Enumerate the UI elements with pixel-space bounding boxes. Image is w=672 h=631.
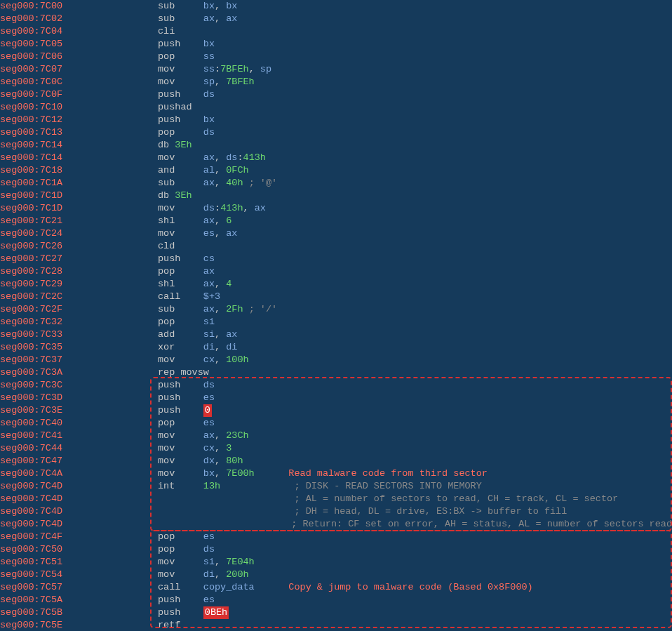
mnemonic: retf <box>158 619 180 631</box>
address-label: seg000:7C54 <box>0 569 158 581</box>
code-line[interactable]: seg000:7C14db 3Eh <box>0 139 672 152</box>
code-line[interactable]: seg000:7C3Epush 0 <box>0 404 672 417</box>
code-line[interactable]: seg000:7C07mov ss:7BFEh, sp <box>0 63 672 76</box>
address-label: seg000:7C24 <box>0 227 158 240</box>
operand: al <box>203 164 215 177</box>
mnemonic: , <box>215 215 226 227</box>
code-line[interactable]: seg000:7C13pop ds <box>0 126 672 139</box>
code-line[interactable]: seg000:7C5Bpush 0BEh <box>0 606 672 619</box>
code-line[interactable]: seg000:7C27push cs <box>0 253 672 265</box>
address-label: seg000:7C04 <box>0 25 158 38</box>
code-line[interactable]: seg000:7C5Apush es <box>0 594 672 606</box>
code-line[interactable]: seg000:7C4D ; AL = number of sectors to … <box>0 493 672 505</box>
operand: ax <box>203 177 215 190</box>
code-line[interactable]: seg000:7C51mov si, 7E04h <box>0 556 672 569</box>
mnemonic: , <box>215 303 226 316</box>
mnemonic: cld <box>158 240 175 253</box>
code-line[interactable]: seg000:7C28pop ax <box>0 265 672 278</box>
code-line[interactable]: seg000:7C57call copy_data Copy & jump to… <box>0 581 672 594</box>
code-line[interactable]: seg000:7C40pop es <box>0 417 672 430</box>
number-literal: 4 <box>226 278 231 291</box>
code-line[interactable]: seg000:7C4D ; Return: CF set on error, A… <box>0 518 672 531</box>
code-line[interactable]: seg000:7C0Fpush ds <box>0 88 672 101</box>
operand: ds <box>203 126 215 139</box>
code-line[interactable]: seg000:7C50pop ds <box>0 543 672 556</box>
code-line[interactable]: seg000:7C04cli <box>0 25 672 38</box>
code-line[interactable]: seg000:7C02sub ax, ax <box>0 13 672 25</box>
code-line[interactable]: seg000:7C47mov dx, 80h <box>0 455 672 467</box>
mnemonic: call <box>158 291 203 303</box>
code-line[interactable]: seg000:7C37mov cx, 100h <box>0 354 672 366</box>
mnemonic: mov <box>158 227 203 240</box>
code-line[interactable]: seg000:7C4Fpop es <box>0 531 672 543</box>
comment: ; DH = head, DL = drive, ES:BX -> buffer… <box>158 505 567 518</box>
address-label: seg000:7C32 <box>0 316 158 328</box>
address-label: seg000:7C4A <box>0 467 158 480</box>
code-line[interactable]: seg000:7C5Eretf <box>0 619 672 631</box>
mnemonic: sub <box>158 177 203 190</box>
address-label: seg000:7C0C <box>0 76 158 88</box>
address-label: seg000:7C18 <box>0 164 158 177</box>
number-literal: 6 <box>226 215 231 227</box>
code-line[interactable]: seg000:7C06pop ss <box>0 51 672 63</box>
address-label: seg000:7C3C <box>0 379 158 392</box>
operand: ax <box>255 202 266 215</box>
comment: ; '@' <box>243 177 278 190</box>
code-line[interactable]: seg000:7C33add si, ax <box>0 328 672 341</box>
operand: ss <box>203 51 215 63</box>
code-line[interactable]: seg000:7C4Dint 13h ; DISK - READ SECTORS… <box>0 480 672 493</box>
code-line[interactable]: seg000:7C44mov cx, 3 <box>0 442 672 455</box>
mnemonic: db <box>158 190 175 202</box>
operand: ax <box>203 278 215 291</box>
code-line[interactable]: seg000:7C0Cmov sp, 7BFEh <box>0 76 672 88</box>
number-literal: 13h <box>203 480 220 493</box>
address-label: seg000:7C4D <box>0 505 158 518</box>
code-line[interactable]: seg000:7C1Dmov ds:413h, ax <box>0 202 672 215</box>
operand: sp <box>260 63 271 76</box>
code-line[interactable]: seg000:7C32pop si <box>0 316 672 328</box>
code-line[interactable]: seg000:7C05push bx <box>0 38 672 51</box>
mnemonic: , <box>215 328 226 341</box>
code-line[interactable]: seg000:7C3Dpush es <box>0 392 672 404</box>
address-label: seg000:7C10 <box>0 101 158 114</box>
code-line[interactable]: seg000:7C14mov ax, ds:413h <box>0 152 672 164</box>
operand: ds <box>203 202 215 215</box>
code-line[interactable]: seg000:7C21shl ax, 6 <box>0 215 672 227</box>
operand: es <box>203 227 215 240</box>
code-line[interactable]: seg000:7C26cld <box>0 240 672 253</box>
mnemonic: push <box>158 38 203 51</box>
mnemonic: and <box>158 164 203 177</box>
mnemonic: sub <box>158 303 203 316</box>
code-line[interactable]: seg000:7C41mov ax, 23Ch <box>0 430 672 442</box>
code-line[interactable]: seg000:7C3Arep movsw <box>0 366 672 379</box>
code-line[interactable]: seg000:7C2Ccall $+3 <box>0 291 672 303</box>
operand: es <box>203 392 215 404</box>
code-line[interactable]: seg000:7C54mov di, 200h <box>0 569 672 581</box>
code-line[interactable]: seg000:7C29shl ax, 4 <box>0 278 672 291</box>
code-line[interactable]: seg000:7C2Fsub ax, 2Fh ; '/' <box>0 303 672 316</box>
code-line[interactable]: seg000:7C10pushad <box>0 101 672 114</box>
code-line[interactable]: seg000:7C1Ddb 3Eh <box>0 190 672 202</box>
disassembly-view[interactable]: seg000:7C00sub bx, bxseg000:7C02sub ax, … <box>0 0 672 631</box>
code-line[interactable]: seg000:7C3Cpush ds <box>0 379 672 392</box>
operand: ax <box>203 303 215 316</box>
comment: ; Return: CF set on error, AH = status, … <box>155 518 672 531</box>
code-line[interactable]: seg000:7C12push bx <box>0 114 672 126</box>
mnemonic: , <box>215 354 226 366</box>
code-line[interactable]: seg000:7C24mov es, ax <box>0 227 672 240</box>
address-label: seg000:7C50 <box>0 543 158 556</box>
mnemonic <box>255 581 289 594</box>
code-line[interactable]: seg000:7C00sub bx, bx <box>0 0 672 13</box>
mnemonic: : <box>215 202 220 215</box>
mnemonic: cli <box>158 25 175 38</box>
comment: ; AL = number of sectors to read, CH = t… <box>158 493 618 505</box>
number-literal: 23Ch <box>226 430 248 442</box>
mnemonic: push <box>158 114 203 126</box>
code-line[interactable]: seg000:7C1Asub ax, 40h ; '@' <box>0 177 672 190</box>
code-line[interactable]: seg000:7C4Amov bx, 7E00h Read malware co… <box>0 467 672 480</box>
address-label: seg000:7C57 <box>0 581 158 594</box>
code-line[interactable]: seg000:7C4D ; DH = head, DL = drive, ES:… <box>0 505 672 518</box>
code-line[interactable]: seg000:7C18and al, 0FCh <box>0 164 672 177</box>
address-label: seg000:7C4D <box>0 480 158 493</box>
code-line[interactable]: seg000:7C35xor di, di <box>0 341 672 354</box>
